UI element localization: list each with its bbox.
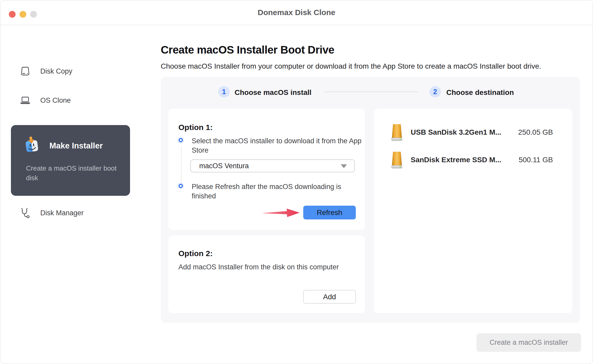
destination-row-usb-sandisk[interactable]: USB SanDisk 3.2Gen1 M... 250.05 GB — [391, 124, 553, 141]
add-button[interactable]: Add — [303, 290, 356, 304]
step-2-label: Choose destination — [446, 88, 514, 97]
sidebar-item-label: Make Installer — [49, 141, 103, 151]
option2-card: Option 2: Add macOS Installer from the d… — [168, 236, 365, 313]
titlebar: Donemax Disk Clone — [0, 0, 593, 25]
sidebar-item-make-installer[interactable]: Make Installer Create a macOS installer … — [11, 125, 130, 196]
sidebar-item-description: Create a macOS installer boot disk — [26, 164, 120, 183]
destination-row-sandisk-extreme[interactable]: SanDisk Extreme SSD M... 500.11 GB — [391, 151, 553, 168]
page-title: Create macOS Installer Boot Drive — [161, 44, 334, 56]
destination-size: 500.11 GB — [519, 156, 553, 164]
stethoscope-icon — [20, 207, 31, 219]
create-macos-installer-button[interactable]: Create a macOS installer — [476, 333, 581, 352]
option2-text: Add macOS Installer from the disk on thi… — [178, 262, 360, 272]
page-subtitle: Choose macOS Installer from your compute… — [161, 62, 541, 70]
sidebar-item-disk-copy[interactable]: Disk Copy — [20, 66, 72, 77]
option1-card: Option 1: Select the macOS installer to … — [168, 109, 365, 230]
red-pointer-arrow-icon — [261, 207, 300, 218]
macos-version-value: macOS Ventura — [199, 160, 249, 172]
chevron-down-icon — [341, 164, 347, 168]
sidebar-item-label: OS Clone — [40, 96, 71, 105]
sidebar-item-label: Disk Manager — [40, 209, 84, 217]
step-connector-line — [324, 92, 418, 92]
step-2-badge: 2 — [429, 86, 441, 98]
option2-heading: Option 2: — [178, 249, 213, 258]
option1-heading: Option 1: — [178, 123, 213, 132]
option1-radio-refresh-text: Please Refresh after the macOS downloadi… — [192, 182, 343, 201]
destination-size: 250.05 GB — [518, 128, 553, 136]
option1-radio-download[interactable] — [179, 138, 183, 142]
make-installer-icon — [24, 136, 39, 153]
external-drive-icon — [20, 66, 31, 77]
refresh-button[interactable]: Refresh — [303, 206, 356, 219]
step-1-label: Choose macOS install — [235, 88, 312, 97]
wizard-panel: 1 Choose macOS install 2 Choose destinat… — [161, 77, 580, 323]
sidebar-item-disk-manager[interactable]: Disk Manager — [20, 207, 84, 219]
step-1-badge: 1 — [218, 86, 230, 98]
laptop-icon — [20, 95, 31, 106]
orange-drive-icon — [391, 124, 403, 141]
sidebar-item-label: Disk Copy — [40, 67, 72, 75]
destination-list: USB SanDisk 3.2Gen1 M... 250.05 GB SanDi… — [374, 109, 572, 313]
destination-name: USB SanDisk 3.2Gen1 M... — [411, 128, 501, 136]
sidebar-item-os-clone[interactable]: OS Clone — [20, 95, 71, 106]
option1-radio-refresh[interactable] — [179, 184, 183, 188]
sidebar: Disk Copy OS Clone Disk Image — [0, 25, 161, 364]
radio-connector-line — [181, 146, 182, 183]
destination-name: SanDisk Extreme SSD M... — [411, 156, 501, 164]
option1-radio-download-text: Select the macOS installer to download i… — [192, 136, 363, 155]
macos-version-dropdown[interactable]: macOS Ventura — [190, 159, 355, 172]
orange-drive-icon — [391, 151, 403, 168]
app-window: Donemax Disk Clone Disk Copy OS Clone — [0, 0, 593, 364]
window-title: Donemax Disk Clone — [0, 8, 593, 17]
